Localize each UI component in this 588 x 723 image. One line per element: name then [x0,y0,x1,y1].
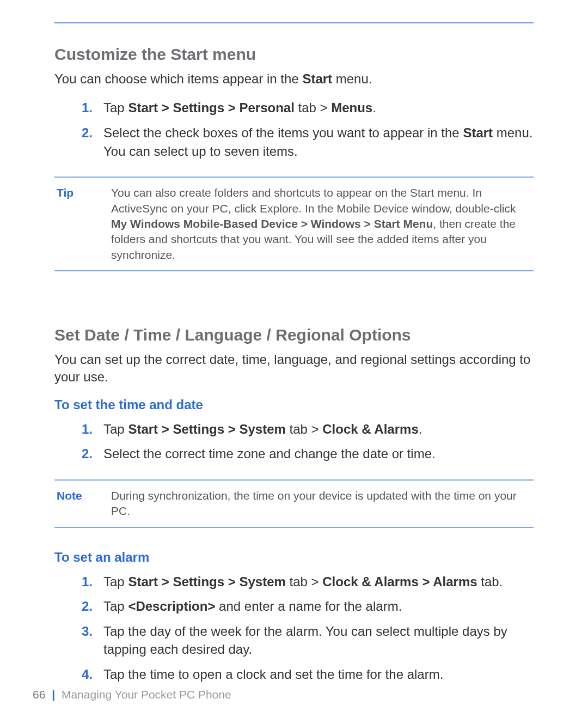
step-text: Tap the time to open a clock and set the… [103,665,534,684]
note-body: During synchronization, the time on your… [111,488,534,519]
step-text: Select the correct time zone and change … [103,445,534,463]
note-label: Note [54,488,111,519]
step-item: 4. Tap the time to open a clock and set … [54,665,534,684]
footer-chapter-title: Managing Your Pocket PC Phone [62,688,231,701]
text-bold: Start [463,125,493,140]
step-item: 2. Select the check boxes of the items y… [54,124,534,160]
step-number: 4. [82,665,103,684]
subheading-alarm: To set an alarm [54,550,534,565]
footer-separator: | [52,688,55,701]
document-page: Customize the Start menu You can choose … [0,0,588,723]
text-bold: Start [302,71,332,86]
step-number: 2. [82,445,103,463]
text: Tap [103,100,128,115]
page-number: 66 [33,688,45,701]
text-bold: My Windows Mobile-Based Device > Windows… [111,217,433,230]
section-intro: You can set up the correct date, time, l… [54,351,534,386]
text: . [372,100,376,115]
step-number: 1. [82,420,103,439]
step-number: 2. [82,124,103,160]
step-number: 2. [82,597,103,616]
text: and enter a name for the alarm. [215,599,402,613]
text: tab > [286,574,322,589]
text: menu. [332,71,372,86]
step-text: Select the check boxes of the items you … [103,124,534,160]
step-text: Tap Start > Settings > System tab > Cloc… [103,573,534,591]
text: Tap [103,599,128,613]
step-number: 1. [82,573,103,591]
text: tab > [286,422,322,436]
note-callout: Note During synchronization, the time on… [54,479,534,528]
step-item: 3. Tap the day of the week for the alarm… [54,622,534,659]
step-item: 2. Select the correct time zone and chan… [54,445,534,463]
text: Tap [103,422,128,436]
step-text: Tap the day of the week for the alarm. Y… [103,622,534,659]
steps-list: 1. Tap Start > Settings > System tab > C… [54,420,534,463]
step-item: 1. Tap Start > Settings > System tab > C… [54,420,534,439]
text: You can choose which items appear in the [54,71,302,86]
subheading-time: To set the time and date [54,397,534,412]
text-bold: Start > Settings > Personal [128,100,294,115]
step-text: Tap <Description> and enter a name for t… [103,597,534,616]
steps-list: 1. Tap Start > Settings > System tab > C… [54,573,534,684]
text: Select the check boxes of the items you … [103,125,463,140]
step-number: 1. [82,99,103,117]
text-bold: Start > Settings > System [128,422,285,436]
tip-callout: Tip You can also create folders and shor… [54,177,534,271]
section-title-customize: Customize the Start menu [54,45,534,64]
text-bold: Clock & Alarms [322,422,419,436]
text: tab. [477,574,503,589]
text: . [419,422,422,436]
step-text: Tap Start > Settings > Personal tab > Me… [103,99,534,117]
tip-body: You can also create folders and shortcut… [111,185,534,263]
step-item: 1. Tap Start > Settings > Personal tab >… [54,99,534,117]
text-bold: Clock & Alarms > Alarms [322,574,477,589]
text-bold: <Description> [128,599,215,613]
tip-label: Tip [54,185,111,263]
step-text: Tap Start > Settings > System tab > Cloc… [103,420,534,439]
steps-list: 1. Tap Start > Settings > Personal tab >… [54,99,534,160]
top-rule [54,22,534,23]
step-item: 2. Tap <Description> and enter a name fo… [54,597,534,616]
text: Tap [103,574,128,589]
spacer [54,293,534,326]
section-title-datetime: Set Date / Time / Language / Regional Op… [54,326,534,344]
text-bold: Menus [331,100,372,115]
step-item: 1. Tap Start > Settings > System tab > C… [54,573,534,591]
section-intro: You can choose which items appear in the… [54,70,534,88]
page-footer: 66 | Managing Your Pocket PC Phone [33,688,231,701]
step-number: 3. [82,622,103,659]
text-bold: Start > Settings > System [128,574,285,589]
text: You can also create folders and shortcut… [111,186,516,214]
text: tab > [295,100,331,115]
